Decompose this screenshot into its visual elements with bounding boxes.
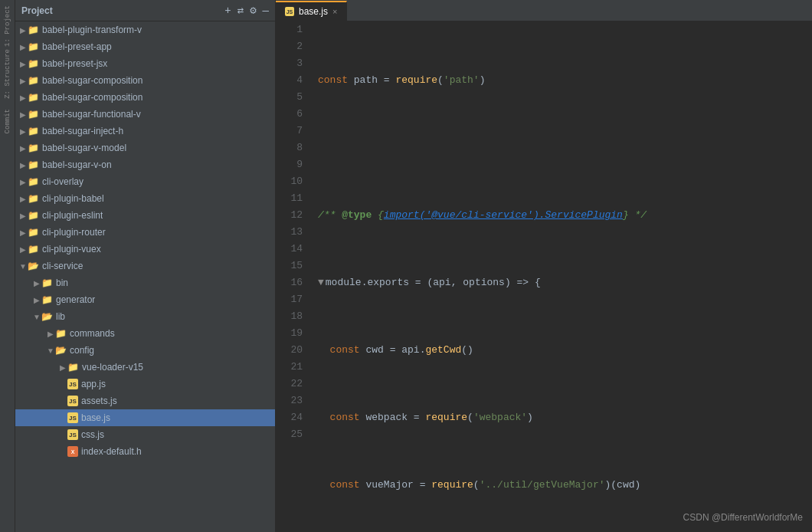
line-num-19: 19: [276, 325, 303, 342]
tree-item-base-js[interactable]: ▶ JS base.js: [15, 409, 275, 426]
tree-item-app-js[interactable]: ▶ JS app.js: [15, 376, 275, 392]
line-num-3: 3: [276, 55, 303, 72]
line-num-4: 4: [276, 72, 303, 89]
token-api: api: [433, 274, 450, 291]
tree-item-commands[interactable]: ▶ 📁 commands: [15, 325, 275, 342]
tab-base-js[interactable]: JS base.js ×: [276, 1, 347, 21]
tree-item-babel-preset-app[interactable]: ▶ 📁 babel-preset-app: [15, 38, 275, 55]
tree-label: cli-plugin-babel: [42, 193, 104, 204]
tree-item-cli-plugin-vuex[interactable]: ▶ 📁 cli-plugin-vuex: [15, 241, 275, 258]
line-num-22: 22: [276, 376, 303, 392]
activity-bar-structure[interactable]: Z: Structure: [1, 51, 15, 97]
folder-icon: 📁: [28, 176, 39, 187]
folder-icon: 📁: [28, 143, 39, 153]
code-editor[interactable]: 1 2 3 4 5 6 7 8 9 10 11 12 13 14 15 16 1…: [276, 21, 812, 532]
js-file-icon: JS: [285, 7, 294, 16]
code-line-2: [318, 140, 812, 156]
tree-item-babel-sugar-vmodel[interactable]: ▶ 📁 babel-sugar-v-model: [15, 140, 275, 156]
tree-label: cli-plugin-eslint: [42, 210, 103, 221]
token-options: options: [463, 274, 505, 291]
token-const: const: [318, 72, 354, 89]
sidebar-title: Project: [21, 5, 218, 16]
activity-bar: 1: Project Z: Structure Commit: [0, 0, 15, 532]
activity-bar-commit[interactable]: Commit: [1, 98, 15, 144]
sidebar-header: Project + ⇄ ⚙ —: [15, 0, 275, 21]
tree-label: babel-preset-app: [42, 41, 112, 52]
token-paren: ): [527, 409, 533, 426]
tree-item-babel-sugar-inject[interactable]: ▶ 📁 babel-sugar-inject-h: [15, 123, 275, 140]
tree-item-babel-sugar-composition1[interactable]: ▶ 📁 babel-sugar-composition: [15, 72, 275, 89]
token-paren: (: [437, 72, 444, 89]
tree-item-config[interactable]: ▼ 📂 config: [15, 342, 275, 359]
token-paren: (: [467, 409, 473, 426]
folder-icon: 📁: [28, 25, 39, 35]
tree-item-babel-sugar-von[interactable]: ▶ 📁 babel-sugar-v-on: [15, 156, 275, 173]
tree-item-cli-plugin-babel[interactable]: ▶ 📁 cli-plugin-babel: [15, 190, 275, 207]
chevron-right-icon: ▶: [18, 94, 28, 102]
xml-file-icon: X: [67, 446, 78, 457]
tree-item-cli-plugin-router[interactable]: ▶ 📁 cli-plugin-router: [15, 224, 275, 241]
js-file-icon: JS: [67, 429, 78, 440]
token-require: require: [425, 409, 467, 426]
tree-item-css-js[interactable]: ▶ JS css.js: [15, 426, 275, 443]
chevron-right-icon: ▶: [18, 178, 28, 186]
folder-open-icon: 📂: [28, 261, 39, 271]
activity-bar-project[interactable]: 1: Project: [1, 3, 15, 49]
tree-item-babel-plugin-transform[interactable]: ▶ 📁 babel-plugin-transform-v: [15, 21, 275, 38]
tree-label: app.js: [81, 379, 106, 389]
tree-item-lib[interactable]: ▼ 📂 lib: [15, 308, 275, 325]
tree-item-babel-preset-jsx[interactable]: ▶ 📁 babel-preset-jsx: [15, 55, 275, 72]
token-eq: =: [390, 342, 402, 359]
tree-label: babel-sugar-inject-h: [42, 126, 123, 136]
fold-icon-4[interactable]: ▼: [318, 274, 324, 291]
token-indent: [318, 477, 330, 494]
tree-label: babel-sugar-composition: [42, 75, 142, 86]
token-api2: api: [401, 342, 419, 359]
token-jsdoc-close: }: [623, 207, 629, 224]
folder-icon: 📁: [28, 109, 39, 120]
tree-item-bin[interactable]: ▶ 📁 bin: [15, 274, 275, 291]
tab-close-icon[interactable]: ×: [332, 7, 337, 16]
folder-icon: 📁: [67, 362, 79, 373]
token-comma: ,: [451, 274, 463, 291]
token-paren3: ): [635, 477, 641, 494]
token-require: require: [395, 72, 437, 89]
tree-item-cli-plugin-eslint[interactable]: ▶ 📁 cli-plugin-eslint: [15, 207, 275, 224]
chevron-down-icon: ▼: [46, 346, 55, 355]
tree-label: lib: [56, 311, 65, 322]
tree-item-babel-sugar-composition2[interactable]: ▶ 📁 babel-sugar-composition: [15, 89, 275, 106]
line-num-25: 25: [276, 426, 303, 443]
tree-item-generator[interactable]: ▶ 📁 generator: [15, 291, 275, 308]
file-tree: ▶ 📁 babel-plugin-transform-v ▶ 📁 babel-p…: [15, 21, 275, 532]
tree-label: commands: [70, 328, 115, 339]
token-str: 'webpack': [473, 409, 527, 426]
token-webpack: webpack: [365, 409, 413, 426]
sync-icon[interactable]: ⇄: [237, 4, 244, 17]
token-require: require: [431, 477, 473, 494]
token-paren: ): [480, 72, 486, 89]
folder-icon: 📁: [41, 294, 53, 305]
tree-label: cli-plugin-router: [42, 227, 106, 238]
chevron-right-icon: ▶: [18, 228, 28, 237]
tree-label: babel-sugar-composition: [42, 92, 142, 103]
token-dot: .: [420, 342, 426, 359]
tree-label: index-default.h: [81, 446, 142, 457]
tree-label: babel-sugar-functional-v: [42, 109, 141, 120]
minimize-icon[interactable]: —: [263, 5, 269, 17]
chevron-right-icon: ▶: [18, 161, 28, 169]
tree-item-vue-loader[interactable]: ▶ 📁 vue-loader-v15: [15, 359, 275, 376]
tree-item-cli-overlay[interactable]: ▶ 📁 cli-overlay: [15, 173, 275, 190]
tree-item-assets-js[interactable]: ▶ JS assets.js: [15, 392, 275, 409]
js-file-icon: JS: [67, 396, 78, 406]
token-const: const: [330, 409, 366, 426]
tree-item-babel-sugar-functional[interactable]: ▶ 📁 babel-sugar-functional-v: [15, 106, 275, 123]
chevron-down-icon: ▼: [18, 262, 28, 271]
add-icon[interactable]: +: [224, 5, 231, 17]
tree-label: cli-overlay: [42, 176, 83, 187]
tree-item-index-default[interactable]: ▶ X index-default.h: [15, 443, 275, 460]
tree-item-cli-service[interactable]: ▼ 📂 cli-service: [15, 258, 275, 274]
tree-label: babel-sugar-v-on: [42, 159, 112, 170]
settings-icon[interactable]: ⚙: [250, 4, 256, 17]
chevron-right-icon: ▶: [18, 26, 28, 34]
folder-icon: 📁: [28, 227, 39, 238]
